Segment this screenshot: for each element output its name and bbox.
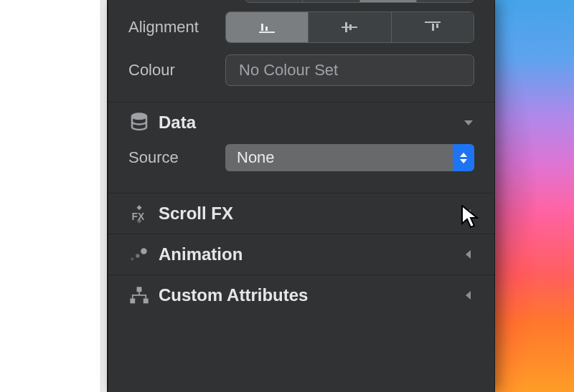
dropdown-stepper[interactable]: [453, 144, 474, 171]
animation-title: Animation: [159, 244, 243, 264]
disclose-left-icon: [463, 290, 474, 301]
colour-picker[interactable]: No Colour Set: [225, 54, 474, 86]
sitemap-icon: [128, 287, 150, 304]
scroll-fx-title: Scroll FX: [159, 204, 233, 224]
custom-attributes-title: Custom Attributes: [159, 285, 308, 305]
align-bottom-icon: [423, 20, 442, 34]
svg-marker-16: [466, 209, 471, 218]
top-segmented-control-cutoff[interactable]: [245, 0, 474, 3]
colour-label: Colour: [128, 61, 225, 80]
custom-attributes-section: Custom Attributes: [108, 274, 494, 310]
disclose-left-icon: [463, 208, 474, 219]
chevron-down-icon: [459, 158, 468, 164]
animation-icon: [128, 246, 150, 263]
source-dropdown[interactable]: None: [225, 144, 474, 171]
database-icon: [128, 114, 150, 131]
animation-section: Animation: [108, 234, 494, 274]
source-label: Source: [128, 148, 225, 167]
svg-marker-20: [466, 250, 471, 259]
data-section-header[interactable]: Data: [108, 102, 494, 143]
align-top-button[interactable]: [226, 12, 309, 42]
svg-rect-4: [345, 22, 347, 32]
alignment-row: Alignment: [108, 6, 494, 49]
svg-rect-7: [432, 24, 434, 31]
svg-point-19: [141, 248, 147, 254]
top-seg-4[interactable]: [417, 0, 474, 3]
svg-rect-8: [436, 24, 438, 28]
svg-rect-5: [349, 24, 352, 30]
align-middle-icon: [340, 20, 359, 34]
custom-attributes-header[interactable]: Custom Attributes: [108, 275, 494, 310]
svg-point-9: [132, 114, 146, 120]
align-middle-button[interactable]: [309, 12, 391, 42]
disclose-down-icon: [463, 117, 474, 128]
inspector-panel: Alignment: [108, 0, 495, 392]
align-bottom-button[interactable]: [392, 12, 474, 42]
svg-marker-10: [464, 120, 473, 125]
top-seg-3[interactable]: [360, 0, 418, 3]
data-section-title: Data: [159, 113, 196, 133]
svg-point-18: [136, 254, 139, 257]
top-seg-1[interactable]: [245, 0, 303, 3]
colour-placeholder: No Colour Set: [239, 61, 338, 80]
top-seg-2[interactable]: [303, 0, 360, 3]
svg-rect-1: [261, 24, 263, 31]
data-section: Data Source None: [108, 102, 494, 193]
svg-marker-13: [137, 205, 142, 210]
desktop-wallpaper: [491, 0, 574, 392]
svg-rect-23: [144, 299, 149, 304]
disclose-left-icon: [463, 249, 474, 260]
svg-marker-11: [460, 153, 467, 157]
source-value: None: [237, 148, 453, 167]
align-top-icon: [258, 20, 276, 34]
colour-row: Colour No Colour Set: [108, 49, 494, 102]
partial-top-row: [108, 0, 494, 6]
chevron-up-icon: [459, 152, 468, 158]
svg-marker-24: [466, 291, 471, 300]
svg-marker-12: [460, 159, 467, 163]
svg-rect-21: [137, 287, 142, 292]
svg-rect-2: [265, 27, 268, 31]
canvas-edge: [100, 0, 108, 392]
scroll-fx-header[interactable]: FX Scroll FX: [108, 193, 494, 234]
scroll-fx-section: FX Scroll FX: [108, 193, 494, 234]
source-row: Source None: [108, 143, 494, 193]
animation-header[interactable]: Animation: [108, 234, 494, 274]
fx-icon: FX: [128, 205, 150, 222]
svg-point-17: [131, 257, 133, 260]
alignment-segmented[interactable]: [225, 11, 474, 43]
svg-rect-22: [130, 299, 135, 304]
alignment-label: Alignment: [128, 18, 225, 37]
